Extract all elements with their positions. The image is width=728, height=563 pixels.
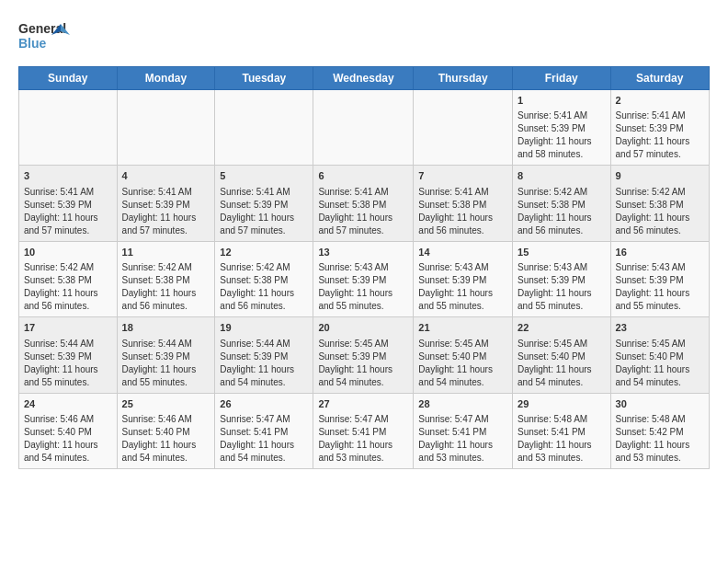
day-number: 6 — [318, 169, 408, 183]
day-number: 26 — [220, 397, 308, 411]
calendar-cell: 10Sunrise: 5:42 AMSunset: 5:38 PMDayligh… — [19, 241, 118, 316]
calendar-cell: 4Sunrise: 5:41 AMSunset: 5:39 PMDaylight… — [117, 166, 215, 241]
calendar-cell: 21Sunrise: 5:45 AMSunset: 5:40 PMDayligh… — [414, 317, 513, 393]
day-info: Sunset: 5:38 PM — [616, 199, 704, 212]
day-info: Daylight: 11 hours and 55 minutes. — [24, 363, 112, 389]
day-info: Sunrise: 5:45 AM — [518, 338, 606, 350]
calendar-cell: 5Sunrise: 5:41 AMSunset: 5:39 PMDaylight… — [215, 166, 313, 241]
day-number: 15 — [518, 246, 606, 259]
calendar-cell — [414, 90, 513, 166]
day-info: Sunrise: 5:43 AM — [518, 261, 606, 274]
day-number: 8 — [518, 169, 606, 183]
day-info: Daylight: 11 hours and 55 minutes. — [518, 287, 606, 313]
day-info: Sunrise: 5:42 AM — [616, 186, 704, 199]
calendar-table: SundayMondayTuesdayWednesdayThursdayFrid… — [18, 66, 710, 469]
day-info: Sunrise: 5:47 AM — [418, 413, 507, 426]
day-info: Daylight: 11 hours and 56 minutes. — [122, 287, 210, 313]
calendar-cell: 22Sunrise: 5:45 AMSunset: 5:40 PMDayligh… — [513, 317, 611, 393]
day-info: Sunset: 5:39 PM — [418, 274, 507, 287]
day-info: Sunrise: 5:41 AM — [122, 186, 210, 199]
logo-svg: GeneralBlue — [18, 15, 74, 59]
weekday-header-monday: Monday — [117, 67, 215, 90]
day-number: 17 — [24, 321, 112, 335]
day-info: Sunset: 5:39 PM — [24, 350, 112, 363]
day-number: 24 — [24, 397, 112, 411]
day-number: 23 — [616, 321, 704, 335]
day-number: 5 — [220, 169, 308, 183]
calendar-cell: 23Sunrise: 5:45 AMSunset: 5:40 PMDayligh… — [610, 317, 709, 393]
day-info: Sunset: 5:41 PM — [318, 426, 408, 439]
day-info: Sunset: 5:39 PM — [220, 350, 308, 363]
day-info: Sunrise: 5:42 AM — [220, 261, 308, 274]
day-info: Daylight: 11 hours and 56 minutes. — [24, 287, 112, 313]
day-info: Sunset: 5:38 PM — [24, 274, 112, 287]
day-info: Daylight: 11 hours and 54 minutes. — [418, 363, 507, 389]
day-info: Daylight: 11 hours and 54 minutes. — [318, 363, 408, 389]
day-info: Sunrise: 5:47 AM — [318, 413, 408, 426]
day-info: Sunset: 5:40 PM — [418, 350, 507, 363]
day-info: Daylight: 11 hours and 57 minutes. — [220, 212, 308, 237]
day-info: Sunrise: 5:48 AM — [616, 413, 704, 426]
weekday-header-thursday: Thursday — [414, 67, 513, 90]
day-info: Daylight: 11 hours and 55 minutes. — [318, 287, 408, 313]
day-info: Sunrise: 5:48 AM — [518, 413, 606, 426]
calendar-cell: 3Sunrise: 5:41 AMSunset: 5:39 PMDaylight… — [19, 166, 118, 241]
day-info: Daylight: 11 hours and 53 minutes. — [418, 439, 507, 465]
day-info: Sunrise: 5:41 AM — [220, 186, 308, 199]
day-number: 20 — [318, 321, 408, 335]
page: GeneralBlue SundayMondayTuesdayWednesday… — [0, 0, 728, 484]
day-number: 29 — [518, 397, 606, 411]
day-info: Sunrise: 5:45 AM — [318, 338, 408, 350]
weekday-header-sunday: Sunday — [19, 67, 118, 90]
day-info: Sunrise: 5:41 AM — [24, 186, 112, 199]
calendar-cell — [215, 90, 313, 166]
calendar-cell — [313, 90, 414, 166]
day-info: Sunrise: 5:47 AM — [220, 413, 308, 426]
day-info: Daylight: 11 hours and 56 minutes. — [220, 287, 308, 313]
day-info: Sunrise: 5:43 AM — [318, 261, 408, 274]
day-info: Sunrise: 5:42 AM — [122, 261, 210, 274]
calendar-cell: 17Sunrise: 5:44 AMSunset: 5:39 PMDayligh… — [19, 317, 118, 393]
day-info: Sunset: 5:39 PM — [616, 122, 704, 135]
day-number: 19 — [220, 321, 308, 335]
svg-text:Blue: Blue — [18, 36, 47, 51]
day-info: Sunset: 5:38 PM — [220, 274, 308, 287]
day-number: 7 — [418, 169, 507, 183]
day-info: Daylight: 11 hours and 54 minutes. — [616, 363, 704, 389]
logo: GeneralBlue — [18, 15, 74, 59]
day-number: 12 — [220, 246, 308, 259]
calendar-cell: 13Sunrise: 5:43 AMSunset: 5:39 PMDayligh… — [313, 241, 414, 316]
day-info: Sunset: 5:39 PM — [616, 274, 704, 287]
calendar-cell: 15Sunrise: 5:43 AMSunset: 5:39 PMDayligh… — [513, 241, 611, 316]
calendar-cell — [19, 90, 118, 166]
day-number: 14 — [418, 246, 507, 259]
day-info: Daylight: 11 hours and 54 minutes. — [122, 439, 210, 465]
calendar-week-row: 10Sunrise: 5:42 AMSunset: 5:38 PMDayligh… — [19, 241, 710, 316]
day-info: Sunrise: 5:44 AM — [122, 338, 210, 350]
calendar-cell: 27Sunrise: 5:47 AMSunset: 5:41 PMDayligh… — [313, 393, 414, 468]
day-info: Sunrise: 5:45 AM — [616, 338, 704, 350]
day-info: Sunrise: 5:43 AM — [418, 261, 507, 274]
calendar-week-row: 24Sunrise: 5:46 AMSunset: 5:40 PMDayligh… — [19, 393, 710, 468]
weekday-header-saturday: Saturday — [610, 67, 709, 90]
day-info: Sunset: 5:38 PM — [518, 199, 606, 212]
day-number: 30 — [616, 397, 704, 411]
day-info: Daylight: 11 hours and 54 minutes. — [220, 439, 308, 465]
calendar-cell: 12Sunrise: 5:42 AMSunset: 5:38 PMDayligh… — [215, 241, 313, 316]
day-info: Daylight: 11 hours and 54 minutes. — [220, 363, 308, 389]
day-number: 1 — [518, 94, 606, 108]
day-info: Daylight: 11 hours and 57 minutes. — [24, 212, 112, 237]
weekday-header-row: SundayMondayTuesdayWednesdayThursdayFrid… — [19, 67, 710, 90]
day-info: Sunrise: 5:41 AM — [418, 186, 507, 199]
calendar-cell: 1Sunrise: 5:41 AMSunset: 5:39 PMDaylight… — [513, 90, 611, 166]
day-info: Sunrise: 5:46 AM — [24, 413, 112, 426]
day-info: Sunset: 5:39 PM — [518, 274, 606, 287]
day-info: Sunrise: 5:41 AM — [616, 109, 704, 122]
calendar-week-row: 1Sunrise: 5:41 AMSunset: 5:39 PMDaylight… — [19, 90, 710, 166]
day-number: 16 — [616, 246, 704, 259]
day-info: Sunrise: 5:44 AM — [24, 338, 112, 350]
calendar-cell: 29Sunrise: 5:48 AMSunset: 5:41 PMDayligh… — [513, 393, 611, 468]
day-info: Sunrise: 5:42 AM — [518, 186, 606, 199]
calendar-cell: 28Sunrise: 5:47 AMSunset: 5:41 PMDayligh… — [414, 393, 513, 468]
day-number: 18 — [122, 321, 210, 335]
